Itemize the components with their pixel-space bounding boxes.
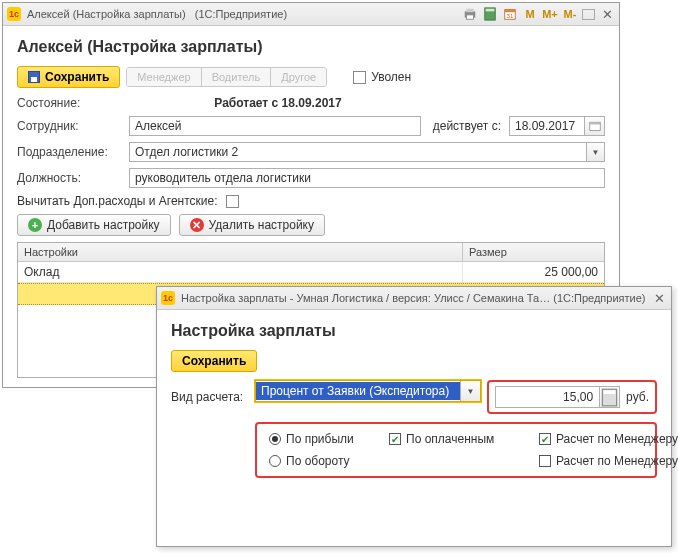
memory-mplus-icon[interactable]: M+ bbox=[542, 6, 558, 22]
state-value: Работает с 18.09.2017 bbox=[129, 96, 427, 110]
calendar-picker-icon[interactable] bbox=[584, 117, 604, 135]
check-icon bbox=[539, 455, 551, 467]
save-label: Сохранить bbox=[182, 354, 246, 368]
svg-rect-2 bbox=[467, 15, 474, 19]
radio-icon bbox=[269, 433, 281, 445]
title-text: Алексей (Настройка зарплаты) bbox=[27, 8, 186, 20]
col-settings[interactable]: Настройки bbox=[18, 243, 463, 261]
close-icon[interactable]: ✕ bbox=[599, 6, 615, 22]
opt-paid[interactable]: ✔ По оплаченным bbox=[389, 432, 539, 446]
employee-value: Алексей bbox=[135, 119, 181, 133]
opt-mgr1[interactable]: ✔ Расчет по Менеджеру 1 bbox=[539, 432, 678, 446]
check-icon: ✔ bbox=[389, 433, 401, 445]
position-input[interactable]: руководитель отдела логистики bbox=[129, 168, 605, 188]
state-row: Состояние: Работает с 18.09.2017 bbox=[17, 96, 605, 110]
save-button[interactable]: Сохранить bbox=[17, 66, 120, 88]
delete-setting-label: Удалить настройку bbox=[209, 218, 314, 232]
app-logo-icon: 1c bbox=[161, 291, 175, 305]
print-icon[interactable] bbox=[462, 6, 478, 22]
svg-rect-9 bbox=[589, 122, 600, 124]
amount-input[interactable]: 15,00 bbox=[495, 386, 620, 408]
valid-from-label: действует с: bbox=[433, 119, 501, 133]
save-label: Сохранить bbox=[45, 70, 109, 84]
employee-row: Сотрудник: Алексей действует с: 18.09.20… bbox=[17, 116, 605, 136]
calculator-icon[interactable] bbox=[482, 6, 498, 22]
position-label: Должность: bbox=[17, 171, 121, 185]
cross-icon: ✕ bbox=[190, 218, 204, 232]
calc-type-combo[interactable]: Процент от Заявки (Экспедитора) ▼ bbox=[255, 380, 481, 402]
row0-value: 25 000,00 bbox=[463, 262, 604, 282]
calendar-icon[interactable]: 31 bbox=[502, 6, 518, 22]
app-logo-icon: 1c bbox=[7, 7, 21, 21]
chevron-down-icon[interactable]: ▼ bbox=[586, 143, 604, 161]
department-label: Подразделение: bbox=[17, 145, 121, 159]
calc-type-label: Вид расчета: bbox=[171, 380, 249, 414]
sub-content: Настройка зарплаты Сохранить Вид расчета… bbox=[157, 310, 671, 488]
fired-checkbox-row: Уволен bbox=[353, 70, 411, 84]
amount-redbox: 15,00 руб. bbox=[487, 380, 657, 414]
main-toolbar: Сохранить Менеджер Водитель Другое Уволе… bbox=[17, 66, 605, 88]
opt-mgr2-label: Расчет по Менеджеру 2 bbox=[556, 454, 678, 468]
opt-turnover[interactable]: По обороту bbox=[269, 454, 389, 468]
radio-icon bbox=[269, 455, 281, 467]
state-label: Состояние: bbox=[17, 96, 121, 110]
window-title: Алексей (Настройка зарплаты) (1С:Предпри… bbox=[27, 8, 462, 20]
department-value: Отдел логистики 2 bbox=[135, 145, 238, 159]
opt-turnover-label: По обороту bbox=[286, 454, 350, 468]
position-value: руководитель отдела логистики bbox=[135, 171, 311, 185]
calculator-icon[interactable] bbox=[599, 387, 619, 407]
plus-icon: + bbox=[28, 218, 42, 232]
deduct-label: Вычитать Доп.расходы и Агентские: bbox=[17, 194, 218, 208]
unit-label: руб. bbox=[626, 390, 649, 404]
add-setting-label: Добавить настройку bbox=[47, 218, 160, 232]
department-input[interactable]: Отдел логистики 2 ▼ bbox=[129, 142, 605, 162]
memory-mminus-icon[interactable]: M- bbox=[562, 6, 578, 22]
valid-from-value: 18.09.2017 bbox=[515, 119, 575, 133]
row0-name: Оклад bbox=[18, 262, 463, 282]
maximize-icon[interactable] bbox=[582, 9, 595, 20]
fired-checkbox[interactable] bbox=[353, 71, 366, 84]
svg-rect-11 bbox=[604, 390, 616, 394]
delete-setting-button[interactable]: ✕ Удалить настройку bbox=[179, 214, 325, 236]
amount-value: 15,00 bbox=[496, 390, 599, 404]
table-row[interactable]: Оклад 25 000,00 bbox=[18, 262, 604, 283]
title-suffix: (1С:Предприятие) bbox=[195, 8, 287, 20]
opt-paid-label: По оплаченным bbox=[406, 432, 494, 446]
valid-from-input[interactable]: 18.09.2017 bbox=[509, 116, 605, 136]
options-redbox: По прибыли ✔ По оплаченным ✔ Расчет по М… bbox=[255, 422, 657, 478]
col-size[interactable]: Размер bbox=[463, 243, 604, 261]
calc-type-value: Процент от Заявки (Экспедитора) bbox=[256, 382, 460, 400]
role-tabs: Менеджер Водитель Другое bbox=[126, 67, 327, 87]
tab-manager[interactable]: Менеджер bbox=[127, 68, 201, 86]
check-icon: ✔ bbox=[539, 433, 551, 445]
svg-rect-1 bbox=[467, 9, 474, 13]
department-row: Подразделение: Отдел логистики 2 ▼ bbox=[17, 142, 605, 162]
employee-label: Сотрудник: bbox=[17, 119, 121, 133]
opt-profit[interactable]: По прибыли bbox=[269, 432, 389, 446]
grid-header: Настройки Размер bbox=[18, 243, 604, 262]
opt-mgr2[interactable]: Расчет по Менеджеру 2 bbox=[539, 454, 678, 468]
save-button[interactable]: Сохранить bbox=[171, 350, 257, 372]
tab-driver[interactable]: Водитель bbox=[202, 68, 272, 86]
sub-window-title: Настройка зарплаты - Умная Логистика / в… bbox=[181, 292, 651, 304]
position-row: Должность: руководитель отдела логистики bbox=[17, 168, 605, 188]
close-icon[interactable]: ✕ bbox=[651, 290, 667, 306]
opt-mgr1-label: Расчет по Менеджеру 1 bbox=[556, 432, 678, 446]
sub-toolbar: Сохранить bbox=[171, 350, 657, 372]
tab-other[interactable]: Другое bbox=[271, 68, 326, 86]
add-setting-button[interactable]: + Добавить настройку bbox=[17, 214, 171, 236]
employee-input[interactable]: Алексей bbox=[129, 116, 421, 136]
chevron-down-icon[interactable]: ▼ bbox=[460, 381, 480, 401]
sub-page-title: Настройка зарплаты bbox=[171, 322, 657, 340]
options-grid: По прибыли ✔ По оплаченным ✔ Расчет по М… bbox=[269, 432, 643, 468]
sub-titlebar: 1c Настройка зарплаты - Умная Логистика … bbox=[157, 287, 671, 310]
svg-rect-4 bbox=[486, 9, 495, 12]
memory-m-icon[interactable]: M bbox=[522, 6, 538, 22]
fired-label: Уволен bbox=[371, 70, 411, 84]
deduct-row: Вычитать Доп.расходы и Агентские: bbox=[17, 194, 605, 208]
deduct-checkbox[interactable] bbox=[226, 195, 239, 208]
sub-window: 1c Настройка зарплаты - Умная Логистика … bbox=[156, 286, 672, 547]
floppy-icon bbox=[28, 71, 40, 83]
grid-toolbar: + Добавить настройку ✕ Удалить настройку bbox=[17, 214, 605, 236]
opt-profit-label: По прибыли bbox=[286, 432, 354, 446]
